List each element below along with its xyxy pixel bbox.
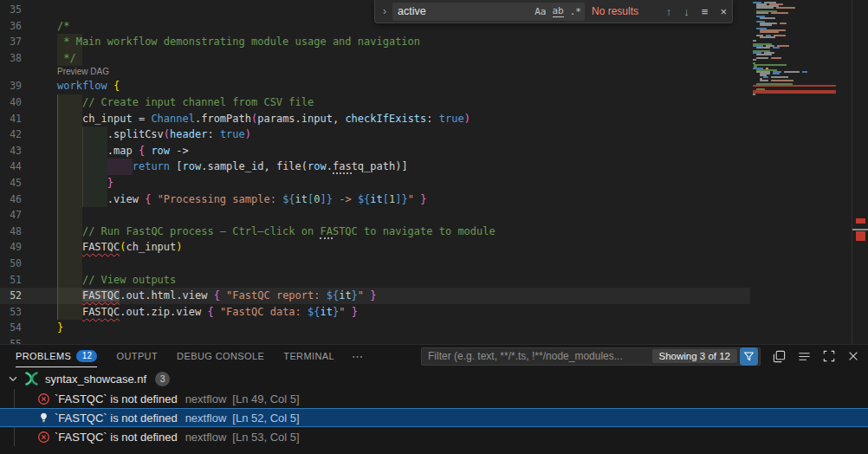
tab-debug-console[interactable]: DEBUG CONSOLE <box>177 345 264 367</box>
tab-label: OUTPUT <box>116 351 158 361</box>
error-icon <box>36 392 50 405</box>
tab-problems[interactable]: PROBLEMS12 <box>16 345 97 367</box>
indent-guide <box>57 256 58 272</box>
token: ${ <box>308 306 320 318</box>
code-editor[interactable]: 3536/*37 * Main workflow demonstrating m… <box>0 0 868 344</box>
code-line-37[interactable]: 37 * Main workflow demonstrating module … <box>0 34 750 50</box>
token: [ <box>170 160 182 172</box>
find-toggle-replace-chevron[interactable]: › <box>379 5 391 17</box>
match-case-button[interactable]: Aa <box>534 6 546 17</box>
token: { <box>214 289 220 302</box>
find-input[interactable]: active Aa ab .* <box>392 3 585 21</box>
collapse-menu-button[interactable] <box>798 350 811 363</box>
code-line-39[interactable]: 39workflow { <box>0 78 750 94</box>
code-line-55[interactable]: 55 <box>0 336 750 344</box>
minimap-token <box>774 35 786 36</box>
code-line-44[interactable]: 44 return [row.sample_id, file(row.fastq… <box>0 159 750 175</box>
filter-funnel-button[interactable] <box>740 347 758 366</box>
find-close-button[interactable]: × <box>720 5 727 18</box>
find-query-text: active <box>398 5 528 17</box>
token: ) <box>245 128 251 140</box>
token: checkIfExists <box>345 113 426 125</box>
code-line-41[interactable]: 41 ch_input = Channel.fromPath(params.in… <box>0 111 750 127</box>
overview-ruler[interactable] <box>852 0 868 344</box>
minimap-line <box>753 97 852 99</box>
token <box>57 177 107 189</box>
token: FASTQC <box>82 289 120 302</box>
token: .out.html.view <box>120 289 213 302</box>
problems-filter-input[interactable]: Filter (e.g. text, **/*.ts, !**/node_mod… <box>421 347 761 366</box>
code-line-47[interactable]: 47 <box>0 207 750 224</box>
token: { <box>207 306 213 318</box>
line-number: 35 <box>0 2 22 18</box>
token <box>57 96 82 108</box>
token: : <box>207 128 219 140</box>
token: tq_path <box>352 160 396 172</box>
find-next-button[interactable]: ↓ <box>683 5 690 18</box>
problems-count-badge: 12 <box>76 350 97 362</box>
token <box>57 289 82 302</box>
code-line-51[interactable]: 51 // View outputs <box>0 272 750 289</box>
problem-row-3[interactable]: `FASTQC` is not definednextflow[Ln 53, C… <box>0 427 868 446</box>
token: ${ <box>282 193 295 205</box>
problems-file-row[interactable]: syntax_showcase.nf 3 <box>0 368 868 389</box>
token <box>57 241 82 253</box>
token: -> <box>333 193 358 205</box>
problem-row-1[interactable]: `FASTQC` is not definednextflow[Ln 49, C… <box>0 389 868 408</box>
whole-word-button[interactable]: ab <box>553 5 564 17</box>
minimap-token <box>754 64 787 66</box>
token: workflow <box>57 80 113 92</box>
view-as-table-button[interactable] <box>773 350 786 363</box>
token <box>57 128 107 140</box>
code-text: .view { "Processing sample: ${it[0]} -> … <box>57 191 426 208</box>
code-text: // View outputs <box>57 272 176 289</box>
minimap-token <box>771 57 781 59</box>
problem-message: `FASTQC` is not defined <box>55 392 178 405</box>
token: } <box>327 193 333 205</box>
maximize-panel-button[interactable] <box>823 350 835 362</box>
token: ${ <box>358 193 370 205</box>
code-line-54[interactable]: 54} <box>0 320 750 336</box>
line-number: 41 <box>0 111 22 127</box>
token: // View outputs <box>82 274 176 286</box>
chevron-down-icon[interactable] <box>7 373 19 385</box>
line-number: 53 <box>0 304 22 321</box>
codelens-preview-dag-link[interactable]: Preview DAG <box>57 67 109 76</box>
code-line-45[interactable]: 45 } <box>0 175 750 191</box>
minimap-token <box>760 36 775 38</box>
token: .splitCsv <box>107 128 164 140</box>
panel-more-actions[interactable]: ⋯ <box>352 350 363 363</box>
code-line-53[interactable]: 53 FASTQC.out.zip.view { "FastQC data: $… <box>0 304 750 321</box>
code-line-52[interactable]: 52 FASTQC.out.html.view { "FastQC report… <box>0 288 750 304</box>
token: // Create input channel from CSV file <box>82 96 314 108</box>
code-line-48[interactable]: 48 // Run FastQC process – Ctrl–click on… <box>0 224 750 240</box>
find-previous-button[interactable]: ↑ <box>666 5 672 18</box>
minimap-token <box>776 7 795 9</box>
minimap-token <box>756 12 768 14</box>
code-text: /* <box>57 18 69 35</box>
token: true <box>439 113 464 125</box>
cursor-marker <box>852 229 868 230</box>
minimap[interactable] <box>750 0 852 344</box>
code-line-40[interactable]: 40 // Create input channel from CSV file <box>0 94 750 111</box>
problem-row-2[interactable]: `FASTQC` is not definednextflow[Ln 52, C… <box>0 408 868 427</box>
overlapping-squares-icon <box>773 350 786 363</box>
token: FASTQC <box>82 241 120 253</box>
token: "FastQC report: <box>226 289 327 302</box>
token: params.input, <box>257 113 345 125</box>
tab-terminal[interactable]: TERMINAL <box>283 345 334 367</box>
problem-location: [Ln 53, Col 5] <box>232 431 299 444</box>
code-line-38[interactable]: 38 */ <box>0 50 750 67</box>
regex-button[interactable]: .* <box>570 6 581 17</box>
token: it <box>370 193 382 205</box>
line-number: 40 <box>0 94 22 111</box>
code-line-42[interactable]: 42 .splitCsv(header: true) <box>0 126 750 143</box>
find-in-selection-button[interactable]: ≡ <box>702 5 709 18</box>
code-line-49[interactable]: 49 FASTQC(ch_input) <box>0 239 750 256</box>
code-line-43[interactable]: 43 .map { row -> <box>0 143 750 159</box>
code-line-46[interactable]: 46 .view { "Processing sample: ${it[0]} … <box>0 191 750 208</box>
close-panel-button[interactable] <box>847 350 859 362</box>
tab-output[interactable]: OUTPUT <box>116 345 158 367</box>
code-line-50[interactable]: 50 <box>0 256 750 272</box>
code-text: } <box>57 320 63 336</box>
